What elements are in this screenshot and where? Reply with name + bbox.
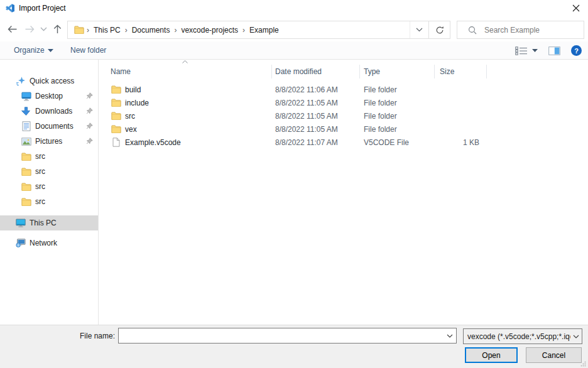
- view-dropdown-caret-icon[interactable]: [532, 49, 538, 52]
- file-name-dropdown-chevron-icon[interactable]: [444, 328, 456, 343]
- pin-icon: [86, 107, 93, 114]
- file-type: File folder: [360, 85, 435, 94]
- breadcrumb-this-pc[interactable]: This PC: [90, 21, 124, 38]
- help-icon[interactable]: ?: [571, 45, 582, 56]
- column-header-date-modified[interactable]: Date modified: [272, 65, 360, 78]
- file-name: Example.v5code: [125, 138, 181, 147]
- folder-icon[interactable]: [74, 26, 84, 34]
- sidebar-item-src[interactable]: src: [0, 194, 98, 209]
- title-bar: Import Project: [0, 0, 588, 16]
- sidebar-item-label: Desktop: [35, 92, 63, 100]
- sidebar-item-this-pc[interactable]: This PC: [0, 215, 98, 230]
- folder-icon: [111, 125, 121, 133]
- window-title: Import Project: [19, 4, 66, 13]
- command-bar: Organize New folder ?: [0, 41, 588, 60]
- organize-button[interactable]: Organize: [14, 46, 53, 55]
- recent-locations-chevron-icon[interactable]: [40, 27, 47, 31]
- folder-icon: [21, 168, 31, 176]
- preview-pane-icon[interactable]: [548, 46, 560, 55]
- sidebar-item-downloads[interactable]: Downloads: [0, 104, 98, 119]
- file-type-filter-dropdown[interactable]: vexcode (*.v5code;*.v5cpp;*.iqc: [463, 328, 582, 344]
- file-row[interactable]: build 8/8/2022 11:06 AM File folder: [99, 83, 588, 96]
- downloads-arrow-icon: [21, 107, 31, 116]
- open-button-label: Open: [482, 351, 500, 360]
- file-size: 1 KB: [435, 138, 487, 147]
- sidebar-item-label: src: [35, 167, 45, 176]
- sidebar-item-label: This PC: [30, 219, 57, 227]
- file-type-filter-value: vexcode (*.v5code;*.v5cpp;*.iqc: [464, 332, 570, 341]
- forward-button[interactable]: [24, 24, 36, 34]
- file-type: V5CODE File: [360, 138, 435, 147]
- cancel-button[interactable]: Cancel: [526, 347, 582, 363]
- sidebar-item-label: src: [35, 197, 45, 206]
- sidebar-item-quick-access[interactable]: Quick access: [0, 73, 98, 89]
- open-button[interactable]: Open: [465, 347, 518, 363]
- sidebar-item-documents[interactable]: Documents: [0, 119, 98, 134]
- column-header-name[interactable]: Name: [99, 65, 272, 78]
- file-rows: build 8/8/2022 11:06 AM File folder incl…: [99, 83, 588, 149]
- desktop-icon: [21, 92, 31, 101]
- file-date: 8/8/2022 11:05 AM: [272, 99, 360, 107]
- resize-grip[interactable]: [580, 361, 586, 367]
- column-header-size[interactable]: Size: [435, 65, 487, 78]
- sidebar-item-label: src: [35, 152, 45, 161]
- file-row[interactable]: vex 8/8/2022 11:05 AM File folder: [99, 122, 588, 136]
- pin-icon: [86, 92, 93, 99]
- file-name-input[interactable]: [119, 328, 444, 343]
- file-date: 8/8/2022 11:05 AM: [272, 125, 360, 134]
- file-row[interactable]: Example.v5code 8/8/2022 11:07 AM V5CODE …: [99, 136, 588, 149]
- sidebar-item-label: Network: [30, 239, 57, 247]
- up-button[interactable]: [52, 24, 63, 35]
- file-icon: [111, 138, 121, 147]
- file-row[interactable]: include 8/8/2022 11:05 AM File folder: [99, 96, 588, 109]
- folder-icon: [21, 198, 31, 206]
- sidebar-item-pictures[interactable]: Pictures: [0, 134, 98, 149]
- help-glyph: ?: [574, 47, 579, 55]
- refresh-icon[interactable]: [428, 21, 450, 38]
- breadcrumb-example[interactable]: Example: [246, 21, 283, 38]
- pin-icon: [86, 122, 93, 129]
- folder-icon: [111, 99, 121, 107]
- file-type: File folder: [360, 112, 435, 121]
- breadcrumb-vexcode-projects[interactable]: vexcode-projects: [177, 21, 242, 38]
- network-icon: [15, 239, 26, 247]
- sidebar-item-network[interactable]: Network: [0, 235, 98, 251]
- file-name: vex: [125, 125, 137, 134]
- pictures-icon: [21, 138, 31, 146]
- breadcrumb-documents[interactable]: Documents: [128, 21, 174, 38]
- sidebar-item-desktop[interactable]: Desktop: [0, 89, 98, 104]
- back-button[interactable]: [6, 24, 18, 34]
- breadcrumb: › This PC › Documents › vexcode-projects…: [68, 21, 410, 38]
- folder-icon: [21, 183, 31, 191]
- dialog-footer: File name: vexcode (*.v5code;*.v5cpp;*.i…: [0, 325, 588, 368]
- sidebar-item-label: src: [35, 182, 45, 191]
- this-pc-icon: [15, 219, 26, 227]
- close-icon[interactable]: [567, 2, 585, 14]
- file-name: src: [125, 112, 135, 121]
- quick-access-star-icon: [15, 76, 26, 86]
- sidebar-item-src[interactable]: src: [0, 149, 98, 164]
- address-dropdown-chevron-icon[interactable]: [410, 21, 428, 38]
- sidebar-item-src[interactable]: src: [0, 164, 98, 179]
- organize-label: Organize: [14, 46, 45, 55]
- cancel-button-label: Cancel: [542, 351, 565, 360]
- filter-dropdown-chevron-icon: [570, 335, 582, 338]
- file-list: Name Date modified Type Size build 8/8/2…: [99, 60, 588, 325]
- column-headers: Name Date modified Type Size: [99, 65, 487, 78]
- file-row[interactable]: src 8/8/2022 11:05 AM File folder: [99, 109, 588, 122]
- file-date: 8/8/2022 11:07 AM: [272, 138, 360, 147]
- search-box: [457, 21, 584, 39]
- details-view-icon[interactable]: [515, 46, 528, 55]
- sidebar-item-label: Pictures: [35, 137, 62, 146]
- folder-icon: [111, 85, 121, 94]
- search-input[interactable]: [483, 25, 584, 35]
- file-date: 8/8/2022 11:05 AM: [272, 112, 360, 121]
- file-date: 8/8/2022 11:06 AM: [272, 85, 360, 94]
- sidebar-item-src[interactable]: src: [0, 179, 98, 194]
- navigation-pane: Quick access Desktop Downloads: [0, 60, 99, 325]
- documents-icon: [21, 121, 31, 131]
- new-folder-label: New folder: [70, 46, 106, 55]
- new-folder-button[interactable]: New folder: [70, 46, 106, 55]
- column-header-type[interactable]: Type: [360, 65, 435, 78]
- folder-icon: [111, 112, 121, 120]
